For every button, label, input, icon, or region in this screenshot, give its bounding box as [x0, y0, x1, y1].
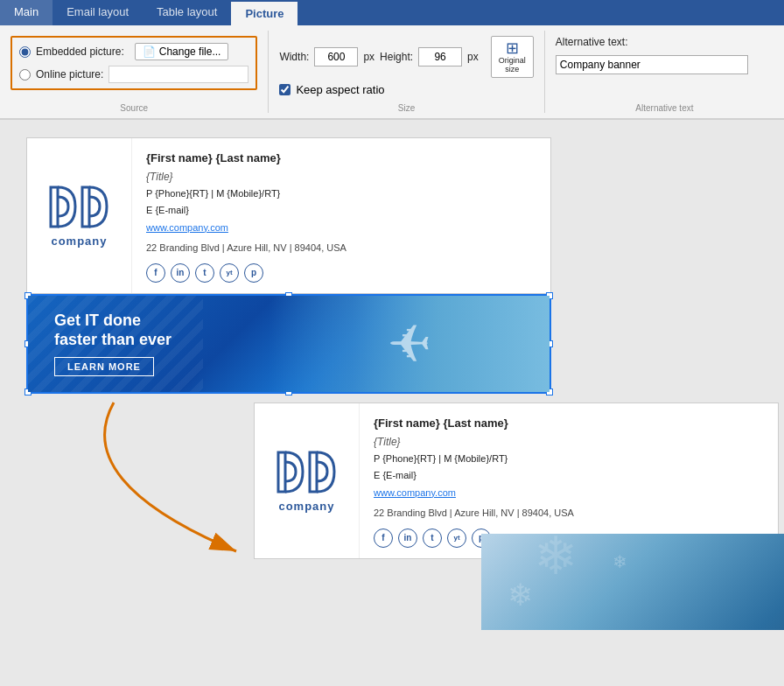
alttext-label-row: Alternative text — [545, 102, 784, 113]
online-label: Online picture: — [36, 68, 103, 80]
svg-rect-3 — [278, 452, 285, 492]
height-px: px — [467, 51, 479, 63]
sig-social-top: f in t yt p — [146, 263, 536, 283]
sig-phone-top: P {Phone}{RT} | M {Mobile}/RT} — [146, 186, 536, 202]
sig-info-top: {First name} {Last name} {Title} P {Phon… — [132, 138, 550, 293]
tab-email-layout[interactable]: Email layout — [52, 0, 143, 25]
social-twitter-bottom[interactable]: t — [423, 528, 442, 548]
online-url-input[interactable] — [108, 66, 248, 83]
banner-headline-line1: Get IT done — [54, 312, 141, 329]
size-inputs: Width: px Height: px ⊞ Original size — [279, 36, 533, 96]
banner-headline-line2: faster than ever — [54, 331, 172, 348]
sig-card-inner-top: company {First name} {Last name} {Title}… — [27, 138, 550, 293]
snowflake-large: ❄ — [534, 534, 578, 586]
social-twitter-top[interactable]: t — [195, 263, 214, 283]
social-facebook-top[interactable]: f — [146, 263, 165, 283]
sig-name-top: {First name} {Last name} — [146, 149, 536, 168]
embedded-radio-row: Embedded picture: 📄 Change file... — [19, 43, 248, 60]
online-radio-row: Online picture: — [19, 66, 248, 83]
alttext-input[interactable] — [556, 55, 748, 74]
sig-title-bottom: {Title} — [374, 433, 764, 451]
source-box: Embedded picture: 📄 Change file... Onlin… — [10, 36, 257, 90]
sig-address-top: 22 Branding Blvd | Azure Hill, NV | 8940… — [146, 240, 536, 256]
social-linkedin-bottom[interactable]: in — [398, 528, 417, 548]
alttext-section-label: Alternative text — [545, 102, 784, 113]
company-logo-bottom — [276, 448, 338, 496]
size-label-row: Size — [269, 102, 543, 113]
size-section: Width: px Height: px ⊞ Original size — [269, 31, 544, 113]
banner-learn-more-button[interactable]: LEARN MORE — [54, 357, 154, 376]
social-pinterest-top[interactable]: p — [244, 263, 263, 283]
sig-address-bottom: 22 Branding Blvd | Azure Hill, NV | 8940… — [374, 505, 764, 522]
canvas-area: company {First name} {Last name} {Title}… — [0, 120, 784, 686]
width-row: Width: px Height: px ⊞ Original size — [279, 36, 533, 78]
sig-email-top: E {E-mail} — [146, 202, 536, 219]
banner-headline: Get IT done faster than ever — [54, 312, 172, 349]
embedded-label: Embedded picture: — [36, 46, 124, 58]
embedded-radio[interactable] — [19, 46, 31, 58]
height-label: Height: — [380, 51, 413, 63]
company-logo-top — [49, 183, 110, 231]
tab-bar: Main Email layout Table layout Picture — [0, 0, 784, 25]
source-section-label: Source — [0, 102, 268, 113]
source-controls: Embedded picture: 📄 Change file... Onlin… — [0, 31, 268, 102]
logo-area-bottom: company — [255, 403, 360, 558]
sig-phone-bottom: P {Phone}{RT} | M {Mobile}/RT} — [374, 451, 764, 467]
tab-table-layout[interactable]: Table layout — [143, 0, 231, 25]
social-youtube-top[interactable]: yt — [220, 263, 239, 283]
logo-text-top: company — [51, 234, 107, 248]
banner-plane: ✈ — [270, 296, 550, 392]
banner-text: Get IT done faster than ever LEARN MORE — [54, 312, 172, 375]
change-file-button[interactable]: 📄 Change file... — [135, 43, 229, 60]
alttext-top-label: Alternative text: — [556, 36, 748, 48]
online-radio[interactable] — [19, 69, 31, 80]
alttext-controls: Alternative text: — [545, 31, 784, 102]
width-px: px — [363, 51, 374, 63]
keep-aspect-checkbox[interactable] — [279, 84, 290, 95]
ribbon: Main Email layout Table layout Picture E… — [0, 0, 784, 120]
svg-rect-4 — [310, 452, 317, 492]
logo-area-top: company — [27, 138, 132, 293]
sig-email-bottom: E {E-mail} — [374, 467, 764, 484]
sig-website-bottom[interactable]: www.company.com — [374, 487, 456, 498]
tab-main[interactable]: Main — [0, 0, 52, 25]
original-size-label: Original size — [499, 56, 526, 74]
original-size-icon: ⊞ — [506, 40, 519, 56]
bottom-content: company {First name} {Last name} {Title}… — [18, 394, 779, 674]
social-linkedin-top[interactable]: in — [171, 263, 190, 283]
width-input[interactable] — [314, 47, 358, 66]
snowflake-medium: ❄ — [508, 578, 533, 612]
signature-card-top: company {First name} {Last name} {Title}… — [26, 137, 551, 294]
file-icon: 📄 — [143, 46, 156, 58]
banner-wrapper: Get IT done faster than ever LEARN MORE … — [26, 294, 551, 394]
sig-title-top: {Title} — [146, 168, 536, 186]
company-banner: Get IT done faster than ever LEARN MORE … — [28, 296, 550, 392]
size-controls: Width: px Height: px ⊞ Original size — [269, 31, 543, 102]
plane-icon: ✈ — [388, 313, 431, 374]
snowflake-small: ❄ — [612, 551, 627, 572]
svg-rect-0 — [51, 187, 58, 227]
alttext-section: Alternative text: Alternative text — [545, 31, 784, 113]
source-section: Embedded picture: 📄 Change file... Onlin… — [0, 31, 269, 113]
ribbon-content: Embedded picture: 📄 Change file... Onlin… — [0, 25, 784, 119]
arrow-svg — [26, 394, 262, 560]
original-size-button[interactable]: ⊞ Original size — [491, 36, 534, 78]
seasons-banner: ❄ ❄ ❄ ❄ Season's Greetings — [481, 534, 784, 630]
social-facebook-bottom[interactable]: f — [374, 528, 393, 548]
sig-website-top[interactable]: www.company.com — [146, 222, 228, 233]
source-label-row: Source — [0, 102, 268, 113]
height-input[interactable] — [418, 47, 462, 66]
size-section-label: Size — [269, 102, 543, 113]
seasons-bg: ❄ ❄ ❄ ❄ — [481, 534, 784, 630]
keep-aspect-row: Keep aspect ratio — [279, 83, 533, 96]
sig-name-bottom: {First name} {Last name} — [374, 414, 764, 433]
width-label: Width: — [279, 51, 309, 63]
svg-rect-1 — [82, 187, 89, 227]
social-youtube-bottom[interactable]: yt — [447, 528, 466, 548]
tab-picture[interactable]: Picture — [231, 0, 298, 25]
keep-aspect-label: Keep aspect ratio — [296, 83, 384, 96]
change-file-label: Change file... — [159, 46, 221, 58]
logo-text-bottom: company — [278, 500, 334, 513]
